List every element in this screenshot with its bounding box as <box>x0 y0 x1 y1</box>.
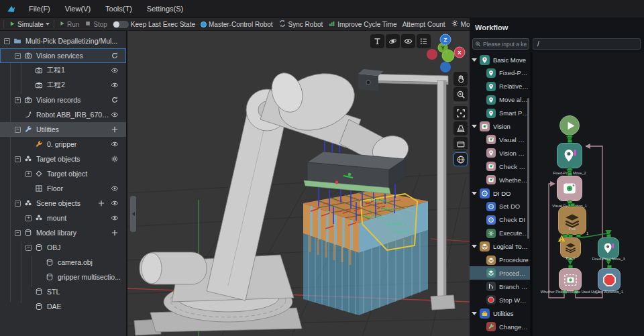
perspective-icon[interactable] <box>453 121 468 135</box>
workflow-node-whether[interactable] <box>559 268 582 291</box>
expand-icon[interactable]: + <box>15 97 21 103</box>
node-port[interactable] <box>570 203 575 207</box>
library-item-procedure[interactable]: Procedure <box>470 254 530 267</box>
3d-viewport[interactable]: Y Z X PickPoint_1PickPoint_1PickPoint_1P… <box>127 31 470 336</box>
tree-row-multi-pick-depalletizing[interactable]: −Multi-Pick Depalletizing/Mul... <box>0 34 126 48</box>
library-item-change-tool[interactable]: Change Tool <box>470 320 530 333</box>
library-item-set-do[interactable]: Set DO <box>470 200 530 213</box>
workflow-node-start[interactable] <box>559 115 580 135</box>
tree-row-target-object[interactable]: +Target object <box>0 166 126 181</box>
library-item-whether-pic---[interactable]: Whether Pic... <box>470 173 530 186</box>
node-port[interactable] <box>576 234 581 237</box>
collapse-icon[interactable]: − <box>15 201 21 207</box>
collapse-icon[interactable]: − <box>15 53 21 59</box>
library-item-check-visio---[interactable]: Check Visio... <box>470 160 530 173</box>
expand-icon[interactable]: + <box>25 171 32 177</box>
library-item-smart-path-i---[interactable]: Smart Path i... <box>470 107 530 120</box>
chevron-down-icon[interactable] <box>472 312 477 315</box>
node-port[interactable] <box>568 135 572 138</box>
improve-cycle-button[interactable]: Improve Cycle Time <box>325 20 399 29</box>
eye-icon[interactable] <box>110 139 119 149</box>
chevron-down-icon[interactable] <box>472 58 477 62</box>
menu-item-toolst[interactable]: Tools(T) <box>105 5 132 13</box>
keep-last-exec-toggle[interactable]: Keep Last Exec State <box>110 21 198 28</box>
menu-item-filef[interactable]: File(F) <box>29 5 50 13</box>
library-item-fixed-point----[interactable]: Fixed-Point ... <box>470 66 530 80</box>
eye-icon[interactable] <box>110 184 119 193</box>
library-item-vision-move[interactable]: Vision Move <box>470 146 530 160</box>
workflow-node-vr1[interactable] <box>557 176 582 201</box>
eye-icon[interactable] <box>110 110 119 119</box>
tree-row-model-library[interactable]: −Model library <box>0 225 126 240</box>
eye-icon[interactable] <box>110 199 119 208</box>
workflow-node-fpm3[interactable] <box>598 237 619 259</box>
node-port[interactable] <box>568 139 572 143</box>
search-input[interactable] <box>483 41 527 48</box>
node-port[interactable] <box>607 265 612 268</box>
orbit-icon[interactable] <box>386 34 400 48</box>
library-item-basic-move[interactable]: Basic Move <box>470 53 530 66</box>
tree-row-target-objects[interactable]: −Target objects <box>0 152 126 166</box>
master-control-button[interactable]: Master-Control Robot <box>198 21 276 28</box>
workflow-node-stop[interactable] <box>598 268 621 291</box>
library-item-move-along---[interactable]: Move along... <box>470 93 530 107</box>
plus-icon[interactable] <box>110 125 119 134</box>
3d-scene[interactable]: Y Z X <box>127 31 470 336</box>
stop-button[interactable]: Stop <box>82 20 110 28</box>
visibility-icon[interactable] <box>401 34 415 48</box>
node-port[interactable] <box>568 265 573 268</box>
fit-view-icon[interactable] <box>453 106 468 120</box>
gear-icon[interactable] <box>110 154 119 164</box>
menu-item-viewv[interactable]: View(V) <box>65 5 91 13</box>
collapse-icon[interactable]: − <box>15 156 21 162</box>
chevron-down-icon[interactable] <box>472 125 477 128</box>
tree-row---2[interactable]: 工程2 <box>0 78 126 93</box>
workflow-node-fpm2[interactable] <box>557 143 582 168</box>
tree-row-gripper-multisectio---[interactable]: gripper multisectio... <box>0 270 126 284</box>
library-item-branch-by----[interactable]: Branch by ... <box>470 280 530 293</box>
frame-icon[interactable] <box>370 34 384 48</box>
refresh-icon[interactable] <box>110 95 119 105</box>
panel-collapse-handle[interactable] <box>130 196 136 232</box>
library-item-vision[interactable]: Vision <box>470 120 530 133</box>
eye-icon[interactable] <box>110 66 119 75</box>
library-item-di-do[interactable]: DI DO <box>470 186 530 200</box>
step-library-scrollbar[interactable] <box>527 98 529 239</box>
gizmo-neg-x[interactable] <box>427 49 437 60</box>
ortho-icon[interactable] <box>453 137 468 151</box>
library-item-visual-reco---[interactable]: Visual Reco... <box>470 133 530 146</box>
tree-row---1[interactable]: 工程1 <box>0 63 126 78</box>
eye-icon[interactable] <box>110 213 119 223</box>
toggle-switch[interactable] <box>113 21 129 28</box>
workflow-search-box[interactable] <box>472 38 529 50</box>
attempt-count-button[interactable]: Attempt Count <box>400 21 448 28</box>
library-item-relative-move[interactable]: Relative Move <box>470 80 530 93</box>
hand-icon[interactable] <box>453 72 468 86</box>
tree-row-utilities[interactable]: −Utilities <box>0 122 126 137</box>
workflow-graph-canvas[interactable]: 0 1 Fixed-Point Move_2Visual Recognition… <box>533 52 644 336</box>
display-list-icon[interactable] <box>417 34 431 48</box>
tree-row-vision-services[interactable]: −Vision services <box>0 48 126 63</box>
tree-row-0--gripper[interactable]: 0. gripper <box>0 137 126 152</box>
tree-row-scene-objects[interactable]: −Scene objects <box>0 196 126 211</box>
graph-breadcrumb[interactable]: / <box>533 38 641 50</box>
tree-row-dae[interactable]: DAE <box>0 299 126 314</box>
collapse-icon[interactable]: − <box>25 245 32 251</box>
workflow-node-place[interactable] <box>560 237 581 258</box>
plus-icon[interactable] <box>110 228 119 237</box>
library-item-procedure-e---[interactable]: Procedure E... <box>470 266 530 280</box>
tree-row-camera-obj[interactable]: camera.obj <box>0 255 126 270</box>
expand-icon[interactable]: + <box>25 215 32 221</box>
run-button[interactable]: Run <box>56 20 82 28</box>
chevron-down-icon[interactable] <box>472 245 477 248</box>
collapse-icon[interactable]: − <box>15 127 21 133</box>
collapse-icon[interactable]: − <box>15 230 21 236</box>
chevron-down-icon[interactable] <box>472 192 477 195</box>
menu-item-settingss[interactable]: Settings(S) <box>147 5 183 13</box>
tree-row-obj[interactable]: −OBJ <box>0 240 126 255</box>
library-item-check-di[interactable]: Check DI <box>470 213 530 227</box>
library-item-stop-workfl---[interactable]: Stop Workfl... <box>470 293 530 306</box>
tree-row-robot-abb_irb_6700_20---[interactable]: Robot ABB_IRB_6700_20... <box>0 107 126 122</box>
tree-row-mount[interactable]: +mount <box>0 211 126 225</box>
node-port[interactable] <box>606 234 611 237</box>
